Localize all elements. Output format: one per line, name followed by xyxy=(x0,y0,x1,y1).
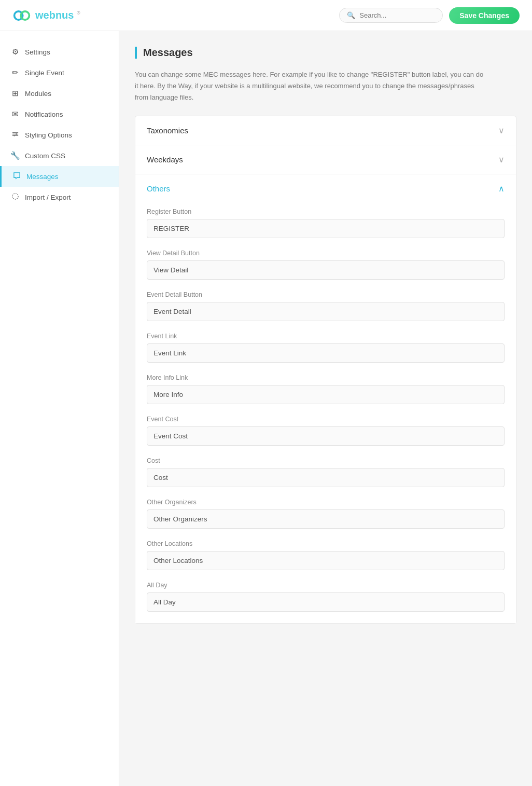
search-icon: 🔍 xyxy=(347,11,355,19)
main-content: Messages You can change some MEC message… xyxy=(119,31,532,786)
header: webnus ® 🔍 Save Changes xyxy=(0,0,532,31)
sidebar-item-label: Import / Export xyxy=(25,194,71,201)
accordion-others: Others ∧ Register Button View Detail But… xyxy=(135,174,516,623)
page-title: Messages xyxy=(135,47,516,59)
field-input-event-cost[interactable] xyxy=(147,426,505,446)
header-right: 🔍 Save Changes xyxy=(339,7,520,24)
accordion-header-others[interactable]: Others ∧ xyxy=(135,174,516,203)
sidebar-item-notifications[interactable]: ✉ Notifications xyxy=(0,104,119,125)
css-icon: 🔧 xyxy=(10,151,20,160)
logo: webnus ® xyxy=(12,6,80,25)
accordion-body-others: Register Button View Detail Button Event… xyxy=(135,203,516,623)
field-input-event-detail-button[interactable] xyxy=(147,302,505,321)
field-label-event-cost: Event Cost xyxy=(147,416,505,423)
field-input-other-locations[interactable] xyxy=(147,551,505,570)
svg-point-6 xyxy=(15,133,17,135)
settings-icon: ⚙ xyxy=(10,47,20,57)
accordion-label-others: Others xyxy=(147,184,170,193)
field-view-detail-button: View Detail Button xyxy=(147,250,505,280)
svg-point-5 xyxy=(13,132,15,133)
field-label-event-link: Event Link xyxy=(147,333,505,340)
accordion: Taxonomies ∨ Weekdays ∨ Others ∧ xyxy=(135,116,516,624)
accordion-weekdays: Weekdays ∨ xyxy=(135,145,516,174)
chevron-up-icon: ∧ xyxy=(498,184,505,194)
layout: ⚙ Settings ✏ Single Event ⊞ Modules ✉ No… xyxy=(0,31,532,786)
sidebar-item-settings[interactable]: ⚙ Settings xyxy=(0,42,119,62)
field-input-more-info-link[interactable] xyxy=(147,385,505,404)
import-export-icon xyxy=(10,192,20,202)
logo-text: webnus ® xyxy=(35,9,80,21)
field-label-more-info-link: More Info Link xyxy=(147,374,505,381)
sidebar-item-custom-css[interactable]: 🔧 Custom CSS xyxy=(0,145,119,166)
field-other-organizers: Other Organizers xyxy=(147,499,505,529)
sidebar-item-label: Settings xyxy=(25,48,50,56)
field-other-locations: Other Locations xyxy=(147,540,505,570)
field-label-register-button: Register Button xyxy=(147,208,505,215)
sidebar-item-single-event[interactable]: ✏ Single Event xyxy=(0,62,119,83)
sidebar-item-label: Custom CSS xyxy=(25,152,65,160)
field-register-button: Register Button xyxy=(147,208,505,238)
field-input-register-button[interactable] xyxy=(147,219,505,238)
sidebar-item-import-export[interactable]: Import / Export xyxy=(0,187,119,208)
field-label-other-locations: Other Locations xyxy=(147,540,505,547)
logo-icon xyxy=(12,6,31,25)
accordion-label-weekdays: Weekdays xyxy=(147,155,183,164)
styling-icon xyxy=(10,130,20,140)
modules-icon: ⊞ xyxy=(10,89,20,98)
accordion-label-taxonomies: Taxonomies xyxy=(147,126,188,135)
field-label-event-detail-button: Event Detail Button xyxy=(147,291,505,298)
sidebar: ⚙ Settings ✏ Single Event ⊞ Modules ✉ No… xyxy=(0,31,119,786)
sidebar-item-label: Messages xyxy=(26,173,59,181)
field-event-link: Event Link xyxy=(147,333,505,363)
notifications-icon: ✉ xyxy=(10,109,20,119)
search-input[interactable] xyxy=(359,11,435,19)
sidebar-item-label: Modules xyxy=(25,90,51,98)
page-description: You can change some MEC messages here. F… xyxy=(135,69,487,103)
accordion-header-taxonomies[interactable]: Taxonomies ∨ xyxy=(135,116,516,145)
messages-icon xyxy=(12,172,21,181)
accordion-header-weekdays[interactable]: Weekdays ∨ xyxy=(135,145,516,174)
field-more-info-link: More Info Link xyxy=(147,374,505,404)
field-cost: Cost xyxy=(147,457,505,487)
svg-point-7 xyxy=(13,135,15,136)
field-label-view-detail-button: View Detail Button xyxy=(147,250,505,257)
field-event-detail-button: Event Detail Button xyxy=(147,291,505,321)
search-box[interactable]: 🔍 xyxy=(339,8,443,23)
sidebar-item-label: Notifications xyxy=(25,111,63,118)
field-input-cost[interactable] xyxy=(147,468,505,487)
accordion-taxonomies: Taxonomies ∨ xyxy=(135,116,516,145)
edit-icon: ✏ xyxy=(10,68,20,77)
field-input-all-day[interactable] xyxy=(147,592,505,612)
sidebar-item-label: Styling Options xyxy=(25,131,72,139)
svg-point-8 xyxy=(12,194,18,199)
field-label-all-day: All Day xyxy=(147,582,505,589)
field-label-cost: Cost xyxy=(147,457,505,464)
field-input-event-link[interactable] xyxy=(147,343,505,363)
field-input-other-organizers[interactable] xyxy=(147,509,505,529)
field-event-cost: Event Cost xyxy=(147,416,505,446)
chevron-down-icon: ∨ xyxy=(498,126,505,135)
field-label-other-organizers: Other Organizers xyxy=(147,499,505,506)
sidebar-item-label: Single Event xyxy=(25,69,64,77)
field-input-view-detail-button[interactable] xyxy=(147,260,505,280)
chevron-down-icon: ∨ xyxy=(498,155,505,164)
save-changes-button[interactable]: Save Changes xyxy=(449,7,520,24)
field-all-day: All Day xyxy=(147,582,505,612)
sidebar-item-styling-options[interactable]: Styling Options xyxy=(0,125,119,145)
sidebar-item-modules[interactable]: ⊞ Modules xyxy=(0,83,119,104)
sidebar-item-messages[interactable]: Messages xyxy=(0,166,119,187)
